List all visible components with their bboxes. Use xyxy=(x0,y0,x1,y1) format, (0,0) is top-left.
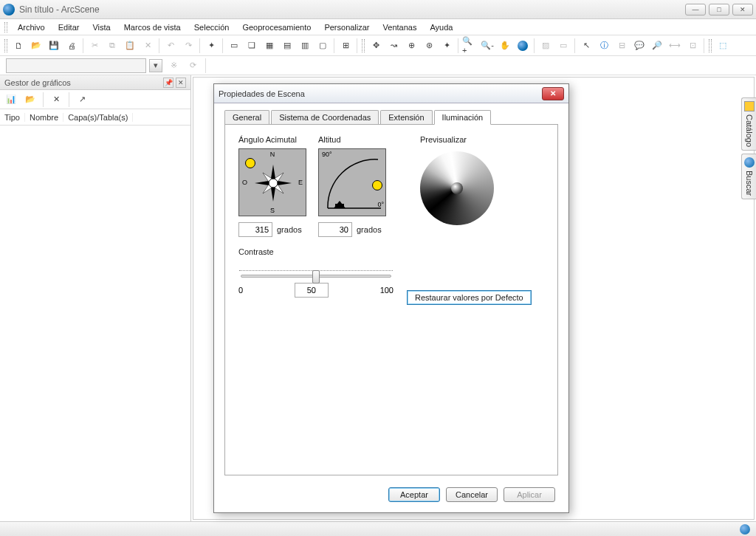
comment-icon[interactable]: 💬 xyxy=(631,38,647,54)
cancel-button[interactable]: Cancelar xyxy=(446,487,498,502)
observer-icon[interactable]: ✦ xyxy=(439,38,455,54)
altitude-thumb[interactable]: 90° 0° xyxy=(318,148,386,216)
model-icon[interactable]: ⊞ xyxy=(337,38,354,54)
undo-icon[interactable]: ↶ xyxy=(162,38,179,54)
cut-icon[interactable]: ✂ xyxy=(86,38,103,54)
tab-coords[interactable]: Sistema de Coordenadas xyxy=(271,110,379,125)
tip-icon[interactable]: ⊟ xyxy=(614,38,630,54)
window-icon[interactable]: ▭ xyxy=(226,38,242,54)
catalog-icon xyxy=(744,101,755,111)
combo-dropdown-icon[interactable]: ▾ xyxy=(149,59,162,72)
paste-icon[interactable]: 📋 xyxy=(122,38,138,54)
open-folder-icon[interactable]: 📂 xyxy=(22,92,38,108)
identify-icon[interactable]: ⓘ xyxy=(596,38,612,54)
azimuth-input[interactable] xyxy=(238,222,272,237)
clear-icon[interactable]: ⟳ xyxy=(185,58,201,74)
altitude-label: Altitud xyxy=(318,135,386,144)
apply-button[interactable]: Aplicar xyxy=(504,487,555,502)
target-icon[interactable]: ⊕ xyxy=(403,38,419,54)
altitude-arc-icon xyxy=(319,149,387,217)
cube-icon[interactable]: ⬚ xyxy=(715,38,731,54)
ruler-icon[interactable]: ⟷ xyxy=(667,38,683,54)
tab-general[interactable]: General xyxy=(224,110,269,125)
export-icon[interactable]: ↗ xyxy=(74,92,90,108)
menu-seleccion[interactable]: Selección xyxy=(188,21,236,33)
full-extent-icon[interactable] xyxy=(515,38,531,54)
navigate-icon[interactable]: ✥ xyxy=(368,38,384,54)
azimuth-thumb[interactable]: N S E O xyxy=(238,148,306,216)
grip-icon xyxy=(362,39,365,52)
delete-icon[interactable]: ✕ xyxy=(140,38,156,54)
search-tab[interactable]: Buscar xyxy=(741,154,756,199)
pan-icon[interactable]: ✋ xyxy=(497,38,513,54)
altitude-unit: grados xyxy=(357,225,382,234)
layer-combo-row: ▾ ※ ⟳ xyxy=(0,56,756,75)
scene-properties-dialog: Propiedades de Escena ✕ General Sistema … xyxy=(213,83,569,513)
menu-archivo[interactable]: Archivo xyxy=(12,21,51,33)
preview-label: Previsualizar xyxy=(420,135,494,144)
slider-thumb-icon[interactable] xyxy=(312,270,320,284)
maximize-button[interactable]: □ xyxy=(709,4,729,16)
panel-body xyxy=(0,126,190,521)
tile-icon[interactable]: ▦ xyxy=(261,38,278,54)
remove-icon[interactable]: ✕ xyxy=(48,92,64,108)
layer-combo[interactable] xyxy=(6,58,146,73)
menu-ayuda[interactable]: Ayuda xyxy=(424,21,458,33)
viewer-icon[interactable]: ▢ xyxy=(315,38,331,54)
add-data-icon[interactable]: ✦ xyxy=(203,38,219,54)
svg-point-4 xyxy=(269,179,278,188)
pointer-icon[interactable]: ↖ xyxy=(578,38,594,54)
chart-icon[interactable]: 📊 xyxy=(3,92,19,108)
pin-icon[interactable]: 📌 xyxy=(163,78,173,88)
find-icon[interactable]: 🔎 xyxy=(649,38,665,54)
source-icon[interactable]: ※ xyxy=(165,58,182,74)
close-button[interactable]: ✕ xyxy=(732,4,753,16)
print-icon[interactable]: 🖨 xyxy=(63,38,80,54)
menu-vista[interactable]: Vista xyxy=(86,21,116,33)
zoom-in-icon[interactable]: 🔍+ xyxy=(461,38,478,54)
col-capas[interactable]: Capa(s)/Tabla(s) xyxy=(63,113,133,122)
menu-personalizar[interactable]: Personalizar xyxy=(318,21,375,33)
dialog-close-button[interactable]: ✕ xyxy=(542,87,564,100)
time-icon[interactable]: ⊡ xyxy=(684,38,701,54)
menu-geoproc[interactable]: Geoprocesamiento xyxy=(236,21,317,33)
redo-icon[interactable]: ↷ xyxy=(180,38,196,54)
dialog-titlebar[interactable]: Propiedades de Escena ✕ xyxy=(214,84,568,103)
cascade-icon[interactable]: ❏ xyxy=(244,38,260,54)
panel-toolbar: 📊 📂 ✕ ↗ xyxy=(0,90,190,109)
copy-icon[interactable]: ⧉ xyxy=(104,38,120,54)
altitude-input[interactable] xyxy=(318,222,352,237)
fly-icon[interactable]: ↝ xyxy=(385,38,402,54)
minimize-button[interactable]: — xyxy=(685,4,706,16)
measure-icon[interactable]: ▨ xyxy=(537,38,554,54)
menu-marcos[interactable]: Marcos de vista xyxy=(118,21,187,33)
svg-rect-7 xyxy=(335,204,344,208)
save-icon[interactable]: 💾 xyxy=(46,38,62,54)
panel-title: Gestor de gráficos xyxy=(4,78,71,87)
zoom-target-icon[interactable]: ⊛ xyxy=(421,38,437,54)
panel-close-icon[interactable]: ✕ xyxy=(176,78,186,88)
menu-editar[interactable]: Editar xyxy=(52,21,86,33)
restore-defaults-button[interactable]: Restaurar valores por Defecto xyxy=(407,290,532,305)
window2-icon[interactable]: ▭ xyxy=(555,38,571,54)
tile2-icon[interactable]: ▤ xyxy=(279,38,295,54)
azimuth-label: Ángulo Acimutal xyxy=(238,135,306,144)
grip-icon xyxy=(709,39,712,52)
menu-ventanas[interactable]: Ventanas xyxy=(377,21,423,33)
col-tipo[interactable]: Tipo xyxy=(0,113,25,122)
azimuth-unit: grados xyxy=(277,225,302,234)
catalog-tab[interactable]: Catálogo xyxy=(741,97,756,151)
ok-button[interactable]: Aceptar xyxy=(388,487,440,502)
new-icon[interactable]: 🗋 xyxy=(10,38,27,54)
col-nombre[interactable]: Nombre xyxy=(25,113,63,122)
contrast-slider[interactable] xyxy=(238,261,394,278)
catalog-label: Catálogo xyxy=(745,114,754,147)
tile3-icon[interactable]: ▥ xyxy=(297,38,313,54)
dialog-title: Propiedades de Escena xyxy=(219,89,542,98)
tab-extension[interactable]: Extensión xyxy=(380,110,432,125)
dialog-tabs: General Sistema de Coordenadas Extensión… xyxy=(214,103,568,124)
contrast-input[interactable] xyxy=(295,283,329,298)
zoom-out-icon[interactable]: 🔍- xyxy=(479,38,495,54)
tab-iluminacion[interactable]: Iluminación xyxy=(434,110,492,125)
open-icon[interactable]: 📂 xyxy=(28,38,44,54)
